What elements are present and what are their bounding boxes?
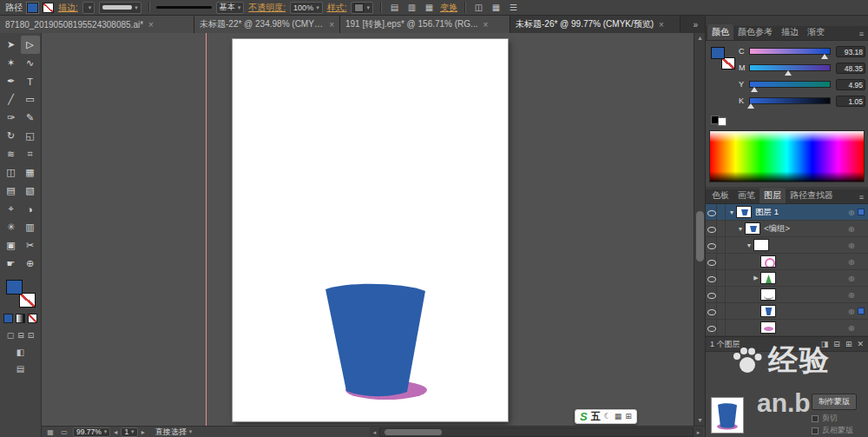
perspective-grid-tool[interactable]: ▦ <box>21 163 40 182</box>
status-doc-icon[interactable] <box>59 428 69 436</box>
target-icon[interactable] <box>845 308 858 315</box>
clip-checkbox[interactable] <box>812 415 819 422</box>
lock-toggle[interactable] <box>717 303 726 319</box>
panel-menu-icon[interactable] <box>857 191 866 203</box>
style-dropdown[interactable] <box>351 2 373 14</box>
scroll-down-icon[interactable] <box>694 415 705 426</box>
lock-toggle[interactable] <box>717 270 726 286</box>
layer-row[interactable]: ▼ <编组> <box>706 221 868 237</box>
status-grid-icon[interactable] <box>45 428 56 436</box>
yellow-slider-thumb[interactable] <box>751 87 758 92</box>
fill-color-swatch[interactable] <box>27 3 38 13</box>
black-slider[interactable] <box>749 97 831 104</box>
fill-stroke-widget[interactable] <box>6 280 36 308</box>
draw-behind-icon[interactable] <box>17 331 24 340</box>
target-icon[interactable] <box>845 324 858 332</box>
isolate-selection-icon[interactable] <box>472 2 485 14</box>
artboard-nav-dropdown[interactable]: 1 <box>121 427 137 437</box>
visibility-toggle-icon[interactable] <box>706 303 717 319</box>
shape-builder-tool[interactable]: ◫ <box>2 163 21 182</box>
clip-option[interactable]: 剪切 <box>812 413 838 424</box>
visibility-toggle-icon[interactable] <box>706 320 717 335</box>
keyboard-icon[interactable] <box>615 413 622 420</box>
cyan-slider-thumb[interactable] <box>821 54 828 59</box>
document-tab[interactable]: 87180_20190508195524308085.ai* <box>0 16 194 33</box>
lock-toggle[interactable] <box>717 204 726 220</box>
cup-shape[interactable] <box>326 284 425 396</box>
lock-toggle[interactable] <box>717 221 726 236</box>
magenta-slider-thumb[interactable] <box>785 70 792 76</box>
visibility-toggle-icon[interactable] <box>706 270 717 286</box>
close-tab-icon[interactable] <box>659 20 664 30</box>
pencil-tool[interactable]: ✎ <box>21 109 40 127</box>
canvas-area[interactable] <box>42 33 705 426</box>
delete-layer-icon[interactable] <box>857 340 864 348</box>
target-icon[interactable] <box>845 209 858 216</box>
lasso-tool[interactable]: ∿ <box>21 54 40 72</box>
tab-color[interactable]: 颜色 <box>707 24 733 40</box>
target-icon[interactable] <box>845 225 858 233</box>
current-tool-label[interactable]: 直接选择 <box>155 427 193 437</box>
horizontal-scroll-track[interactable] <box>379 427 694 437</box>
close-tab-icon[interactable] <box>329 20 334 30</box>
opacity-link[interactable]: 不透明度: <box>248 2 286 14</box>
document-tab-active[interactable]: 未标题-26* @ 99.77% (CMYK/预览) <box>510 16 681 33</box>
horizontal-scrollbar[interactable] <box>370 427 703 437</box>
transform-link[interactable]: 变换 <box>440 2 457 14</box>
invert-mask-option[interactable]: 反相蒙版 <box>812 425 853 436</box>
opacity-dropdown[interactable]: 100% <box>290 2 323 14</box>
close-tab-icon[interactable] <box>148 20 154 30</box>
draw-normal-icon[interactable] <box>7 331 15 340</box>
layer-row[interactable] <box>706 287 868 303</box>
visibility-toggle-icon[interactable] <box>706 254 717 269</box>
target-icon[interactable] <box>845 242 858 249</box>
tab-gradient[interactable]: 渐变 <box>803 24 829 40</box>
moon-icon[interactable] <box>604 413 611 420</box>
expand-icon[interactable]: ▶ <box>752 275 760 281</box>
next-artboard-icon[interactable] <box>141 428 145 436</box>
layer-row[interactable]: ▶ <box>706 270 868 287</box>
zoom-tool[interactable]: ⊕ <box>21 255 40 273</box>
magic-wand-tool[interactable]: ✶ <box>2 54 21 72</box>
artboard-tool[interactable]: ▣ <box>2 236 21 255</box>
close-tab-icon[interactable] <box>483 20 488 30</box>
visibility-toggle-icon[interactable] <box>706 204 717 220</box>
stroke-weight-dropdown[interactable] <box>82 2 95 14</box>
mesh-tool[interactable]: ▤ <box>2 182 21 200</box>
width-tool[interactable]: ≋ <box>2 145 21 163</box>
invert-mask-checkbox[interactable] <box>812 427 819 434</box>
scroll-right-icon[interactable] <box>694 427 703 437</box>
layer-row[interactable] <box>706 254 868 270</box>
layer-name[interactable]: 图层 1 <box>755 207 845 218</box>
paintbrush-tool[interactable]: ✑ <box>2 109 21 127</box>
horizontal-scroll-thumb[interactable] <box>385 429 442 435</box>
scroll-left-icon[interactable] <box>370 427 379 437</box>
gradient-tool[interactable]: ▧ <box>21 182 40 200</box>
document-tab[interactable]: 191 [转换].eps* @ 156.71% (RG... <box>340 16 510 33</box>
type-tool[interactable]: T <box>21 72 40 90</box>
panel-menu-icon[interactable] <box>857 28 866 40</box>
expand-icon[interactable]: ▼ <box>736 226 745 232</box>
blend-tool[interactable]: ◑ <box>21 200 40 218</box>
none-button[interactable] <box>28 314 37 323</box>
vertical-scrollbar[interactable] <box>694 33 705 426</box>
scale-tool[interactable]: ◱ <box>21 127 40 145</box>
tab-overflow-icon[interactable]: » <box>693 20 698 30</box>
align-right-icon[interactable] <box>423 2 436 14</box>
cyan-value-field[interactable]: 93.18 <box>836 46 865 57</box>
magenta-value-field[interactable]: 48.35 <box>836 63 865 74</box>
sogou-logo[interactable]: S <box>580 411 588 422</box>
ime-toolbar[interactable]: S 五 <box>575 409 637 424</box>
pen-tool[interactable]: ✒ <box>2 72 21 90</box>
gradient-button[interactable] <box>16 314 25 323</box>
fill-swatch[interactable] <box>6 280 23 295</box>
layer-name[interactable]: <编组> <box>764 223 845 235</box>
make-clipping-mask-icon[interactable] <box>821 340 829 348</box>
stroke-swatch[interactable] <box>19 293 36 308</box>
color-spectrum[interactable] <box>709 130 865 182</box>
screen-mode-icon[interactable] <box>15 348 27 357</box>
rotate-tool[interactable]: ↻ <box>2 127 21 145</box>
scroll-up-icon[interactable] <box>694 33 705 43</box>
expand-icon[interactable]: ▼ <box>727 209 736 215</box>
graph-tool[interactable]: ▥ <box>21 218 40 236</box>
